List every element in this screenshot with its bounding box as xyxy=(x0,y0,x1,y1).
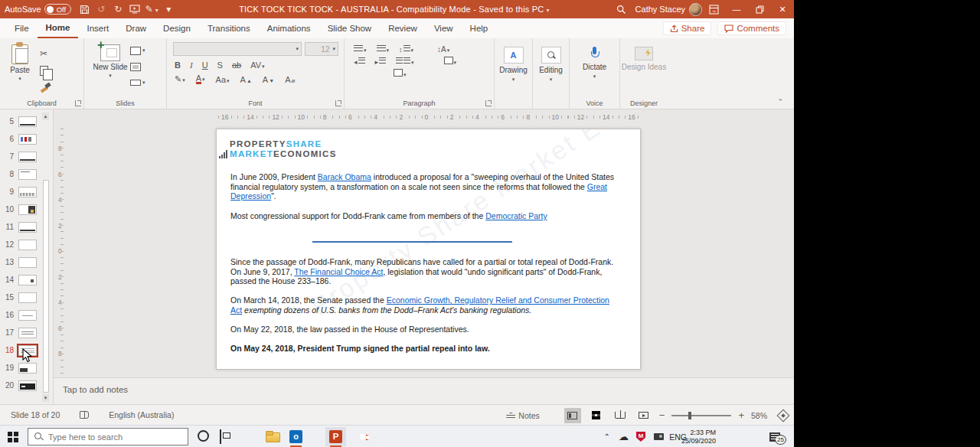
zoom-slider-thumb[interactable] xyxy=(688,412,691,419)
redo-icon[interactable]: ↻ xyxy=(109,4,126,15)
font-dialog-launcher[interactable] xyxy=(335,100,341,106)
dictate-button[interactable]: Dictate▾ xyxy=(570,42,619,80)
smartart-convert-icon[interactable]: ▾ xyxy=(394,69,407,78)
tab-view[interactable]: View xyxy=(426,18,462,38)
collapse-ribbon-icon[interactable]: ⌃ xyxy=(777,98,783,106)
slide-sorter-view-button[interactable] xyxy=(588,408,605,423)
slide-thumbnail-19[interactable]: 19 xyxy=(0,359,41,377)
onedrive-cloud-icon[interactable]: ☁ xyxy=(619,426,629,447)
slide-thumbnail-17[interactable]: 17 xyxy=(0,324,41,341)
underline-button[interactable]: U xyxy=(202,60,208,70)
notes-toggle-button[interactable]: Notes xyxy=(506,411,539,420)
undo-icon[interactable]: ↺ xyxy=(93,4,109,15)
normal-view-button[interactable] xyxy=(564,408,581,423)
clipboard-dialog-launcher[interactable] xyxy=(75,100,81,106)
task-view-icon[interactable] xyxy=(220,429,221,444)
fit-slide-to-window-icon[interactable] xyxy=(777,409,790,422)
tab-slide-show[interactable]: Slide Show xyxy=(319,18,381,38)
slide-thumbnail-20[interactable]: 20 xyxy=(0,377,41,394)
thumbnail-preview[interactable] xyxy=(18,152,37,162)
section-icon[interactable]: ▾ xyxy=(130,77,145,88)
start-button[interactable] xyxy=(8,432,18,442)
slide-thumbnail-5[interactable]: 5 xyxy=(0,113,41,130)
font-name-combobox[interactable]: ▾ xyxy=(173,42,302,56)
editing-button[interactable]: Editing▾ xyxy=(533,42,569,83)
zoom-in-button[interactable]: + xyxy=(738,409,744,421)
save-icon[interactable] xyxy=(76,5,93,15)
slide-layout-icon[interactable]: ▾ xyxy=(130,45,145,56)
format-painter-icon[interactable] xyxy=(40,83,51,93)
thumbnail-preview[interactable] xyxy=(18,257,37,268)
tray-expand-icon[interactable]: ⌃ xyxy=(604,426,610,447)
ribbon-display-options-icon[interactable] xyxy=(702,0,725,18)
minimize-button[interactable]: — xyxy=(725,0,748,18)
slide-thumbnail-7[interactable]: 7 xyxy=(0,148,41,165)
numbering-icon[interactable]: ▾ xyxy=(377,45,390,54)
change-case-button[interactable]: Aa▾ xyxy=(216,75,230,84)
tab-transitions[interactable]: Transitions xyxy=(199,18,259,38)
drawing-button[interactable]: A Drawing▾ xyxy=(495,42,532,83)
slide-thumbnail-14[interactable]: 14 xyxy=(0,271,41,289)
italic-button[interactable]: I xyxy=(190,60,193,70)
thumbnail-preview[interactable] xyxy=(18,204,37,215)
thumbnail-preview[interactable] xyxy=(18,310,37,321)
scroll-down-arrow[interactable]: ▼ xyxy=(42,394,49,402)
bullets-icon[interactable]: ▾ xyxy=(354,45,367,54)
character-spacing-button[interactable]: AV▾ xyxy=(250,60,264,70)
powerpoint-taskbar-icon[interactable]: P xyxy=(329,430,342,443)
thumbnail-preview[interactable] xyxy=(18,222,37,233)
search-input[interactable] xyxy=(48,432,171,442)
paste-button[interactable]: Paste▾ xyxy=(0,42,40,93)
user-avatar[interactable] xyxy=(689,3,702,16)
autosave-toggle[interactable]: AutoSave Off xyxy=(0,0,76,18)
thumbnail-preview[interactable] xyxy=(18,363,37,374)
thumbnail-preview[interactable] xyxy=(18,240,37,250)
hyperlink[interactable]: Democratic Party xyxy=(485,211,547,220)
spellcheck-icon[interactable] xyxy=(80,411,89,419)
tab-help[interactable]: Help xyxy=(462,18,497,38)
hyperlink[interactable]: Barack Obama xyxy=(318,172,371,181)
language-indicator[interactable]: English (Australia) xyxy=(109,410,174,419)
thumbnail-preview[interactable] xyxy=(18,380,37,391)
font-size-combobox[interactable]: 12▾ xyxy=(305,42,338,56)
comments-button[interactable]: Comments xyxy=(717,21,786,35)
zoom-level[interactable]: 58% xyxy=(751,411,767,420)
share-button[interactable]: Share xyxy=(663,21,712,35)
notification-center-icon[interactable]: 25 xyxy=(769,426,780,447)
reading-view-button[interactable] xyxy=(612,408,629,423)
highlight-pen-button[interactable]: ✎▾ xyxy=(175,74,185,84)
thumbnail-preview[interactable] xyxy=(18,292,37,303)
notes-panel[interactable]: Tap to add notes xyxy=(54,377,794,404)
antivirus-shield-icon[interactable]: M xyxy=(636,426,645,447)
reset-slide-icon[interactable] xyxy=(130,61,145,72)
line-spacing-icon[interactable]: ↕▾ xyxy=(399,45,413,54)
strikethrough-button[interactable]: ab xyxy=(232,60,241,70)
thumbnail-preview[interactable] xyxy=(18,187,37,197)
slide-thumbnail-15[interactable]: 15 xyxy=(0,289,41,306)
zoom-out-button[interactable]: − xyxy=(659,409,665,421)
scrollbar-thumb[interactable] xyxy=(43,180,49,393)
paragraph-dialog-launcher[interactable] xyxy=(485,100,492,106)
slide-thumbnail-18[interactable]: 18 xyxy=(0,341,41,359)
columns-icon[interactable]: ▾ xyxy=(396,57,414,66)
titlebar-search-icon[interactable] xyxy=(612,0,631,18)
decrease-font-button[interactable]: A▼ xyxy=(263,75,274,84)
restore-button[interactable] xyxy=(748,0,771,18)
outlook-icon[interactable]: o xyxy=(289,430,302,443)
slide-canvas[interactable]: Property Share Market Economics PROPERTY… xyxy=(216,129,641,370)
slide-thumbnail-11[interactable]: 11 xyxy=(0,218,41,236)
hyperlink[interactable]: The Financial Choice Act xyxy=(294,267,383,276)
align-text-icon[interactable]: ▾ xyxy=(444,57,457,66)
slide-thumbnail-13[interactable]: 13 xyxy=(0,253,41,271)
tray-camera-icon[interactable] xyxy=(654,426,664,447)
cut-icon[interactable]: ✂ xyxy=(40,48,51,59)
taskbar-search-box[interactable] xyxy=(28,428,188,445)
thumbnail-scrollbar[interactable]: ▲ ▼ xyxy=(42,113,49,402)
close-button[interactable]: ✕ xyxy=(771,0,794,18)
scroll-up-arrow[interactable]: ▲ xyxy=(42,113,49,120)
copy-icon[interactable] xyxy=(40,66,48,76)
new-slide-button[interactable]: New Slide▾ xyxy=(90,42,130,88)
design-ideas-button[interactable]: Design Ideas xyxy=(620,42,668,71)
decrease-indent-icon[interactable]: ◂ xyxy=(354,57,365,66)
thumbnail-preview[interactable] xyxy=(18,328,37,338)
